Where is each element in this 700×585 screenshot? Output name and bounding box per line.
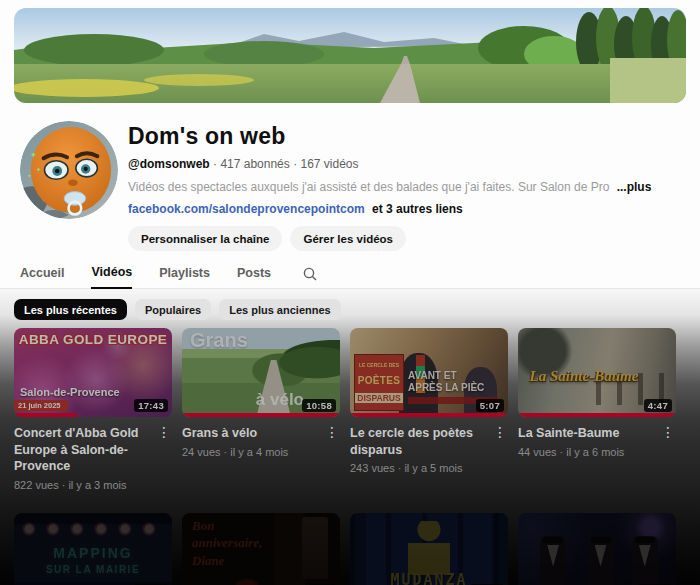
meta-separator: · (213, 157, 217, 171)
video-title[interactable]: Grans à vélo (182, 425, 324, 442)
video-card-mudanza[interactable]: MUDANZA 17:06 (350, 513, 508, 585)
svg-text:✦: ✦ (27, 173, 32, 179)
video-title[interactable]: Concert d'Abba Gold Europe à Salon-de-Pr… (14, 425, 156, 475)
channel-banner (14, 8, 686, 103)
thumb-text: LE CERCLE DES (359, 362, 399, 368)
subscriber-count: 417 abonnés (220, 157, 289, 171)
channel-description: Vidéos des spectacles auxquels j'ai assi… (128, 180, 651, 194)
chip-most-recent[interactable]: Les plus récentes (14, 299, 127, 320)
kebab-menu-icon[interactable]: ⋮ (156, 425, 172, 491)
thumb-text: MAPPING (14, 545, 172, 561)
channel-tabs: Accueil Vidéos Playlists Posts (0, 251, 700, 289)
video-card-abba[interactable]: ABBA GOLD EUROPE Salon-de-Provence 21 ju… (14, 328, 172, 491)
duration-badge: 17:43 (134, 399, 168, 412)
duration-badge: 4:47 (644, 399, 672, 412)
thumb-text: Diane (192, 553, 225, 569)
tab-posts[interactable]: Posts (237, 266, 271, 288)
channel-links: facebook.com/salondeprovencepointcom et … (128, 202, 651, 216)
video-card-cercle[interactable]: LE CERCLE DES POÈTES DISPARUS AVANT ET A… (350, 328, 508, 491)
video-thumbnail-mudanza[interactable]: MUDANZA 17:06 (350, 513, 508, 585)
videos-section: Les plus récentes Populaires Les plus an… (0, 289, 700, 585)
tab-accueil[interactable]: Accueil (20, 266, 64, 288)
channel-handle: @domsonweb (128, 157, 210, 171)
video-grid-row-1: ABBA GOLD EUROPE Salon-de-Provence 21 ju… (0, 320, 700, 491)
thumb-text: anniversaire, (192, 535, 262, 551)
thumb-text: à vélo (256, 390, 304, 410)
thumb-art (540, 536, 566, 585)
avatar-baby-character: ✦ ✦ ✦ (20, 121, 118, 219)
video-count: 167 vidéos (300, 157, 358, 171)
channel-info: Dom's on web @domsonweb · 417 abonnés · … (128, 121, 651, 251)
thumb-art (588, 536, 614, 585)
video-card-anniversaire[interactable]: Bon anniversaire, Diane 4:55 (182, 513, 340, 585)
thumb-text: 21 juin 2025 (14, 400, 68, 411)
kebab-menu-icon[interactable]: ⋮ (492, 425, 508, 474)
video-card-grans[interactable]: Grans à vélo 10:58 Grans à vélo 24 vues … (182, 328, 340, 491)
video-thumbnail-cercle[interactable]: LE CERCLE DES POÈTES DISPARUS AVANT ET A… (350, 328, 508, 417)
channel-name: Dom's on web (128, 123, 651, 150)
kebab-menu-icon[interactable]: ⋮ (324, 425, 340, 458)
other-links-label[interactable]: et 3 autres liens (372, 202, 463, 216)
video-thumbnail-grans[interactable]: Grans à vélo 10:58 (182, 328, 340, 417)
tab-playlists[interactable]: Playlists (159, 266, 210, 288)
video-thumbnail-mapping[interactable]: MAPPING SUR LA MAIRIE 15:24 (14, 513, 172, 585)
video-meta: 24 vues · il y a 4 mois (182, 446, 324, 458)
video-title[interactable]: La Sainte-Baume (518, 425, 660, 442)
video-grid-row-2: MAPPING SUR LA MAIRIE 15:24 Bon annivers… (0, 491, 700, 585)
duration-badge: 5:07 (476, 399, 504, 412)
video-card-mapping[interactable]: MAPPING SUR LA MAIRIE 15:24 (14, 513, 172, 585)
video-title[interactable]: Le cercle des poètes disparus (350, 425, 492, 458)
customize-channel-button[interactable]: Personnaliser la chaîne (128, 226, 282, 251)
kebab-menu-icon[interactable]: ⋮ (660, 425, 676, 458)
watch-progress-bar (14, 413, 77, 417)
video-meta: 44 vues · il y a 6 mois (518, 446, 660, 458)
thumb-text: Grans (190, 329, 248, 352)
meta-separator: · (293, 157, 297, 171)
channel-header: ✦ ✦ ✦ Dom's on web @domsonweb · 417 abon… (0, 103, 700, 251)
description-text: Vidéos des spectacles auxquels j'ai assi… (128, 180, 609, 194)
tab-videos[interactable]: Vidéos (91, 265, 132, 289)
video-thumbnail-zztop[interactable]: ZZ Top aux Tribute Days 29:47 (518, 513, 676, 585)
channel-avatar: ✦ ✦ ✦ (20, 121, 118, 219)
svg-text:✦: ✦ (36, 166, 42, 173)
thumb-poster: LE CERCLE DES POÈTES DISPARUS (354, 354, 404, 411)
svg-text:✦: ✦ (30, 150, 38, 160)
thumb-art (632, 536, 658, 585)
watch-progress-bar (518, 413, 676, 417)
video-meta: 243 vues · il y a 5 mois (350, 462, 492, 474)
thumb-text: La Sainte-Baume (522, 368, 646, 385)
manage-videos-button[interactable]: Gérer les vidéos (290, 226, 406, 251)
video-thumbnail-sainte-baume[interactable]: La Sainte-Baume 4:47 (518, 328, 676, 417)
video-thumbnail-anniversaire[interactable]: Bon anniversaire, Diane 4:55 (182, 513, 340, 585)
thumb-text: POÈTES (358, 375, 400, 386)
thumb-text: APRÈS LA PIÈC (408, 382, 484, 393)
description-more-link[interactable]: ...plus (617, 180, 652, 194)
watch-progress-bar (350, 413, 508, 417)
thumb-text: Bon (192, 518, 214, 534)
thumb-text: ABBA GOLD EUROPE (14, 332, 172, 347)
chip-popular[interactable]: Populaires (135, 299, 211, 320)
thumb-text: Salon-de-Provence (20, 386, 120, 398)
video-thumbnail-abba[interactable]: ABBA GOLD EUROPE Salon-de-Provence 21 ju… (14, 328, 172, 417)
thumb-text: MUDANZA (350, 571, 508, 585)
channel-actions: Personnaliser la chaîne Gérer les vidéos (128, 226, 651, 251)
channel-meta: @domsonweb · 417 abonnés · 167 vidéos (128, 157, 651, 171)
video-card-zztop[interactable]: ZZ Top aux Tribute Days 29:47 (518, 513, 676, 585)
filter-chips: Les plus récentes Populaires Les plus an… (0, 289, 700, 320)
banner-landscape-image (14, 8, 686, 103)
thumb-text: AVANT ET (408, 370, 457, 381)
watch-progress-bar (182, 413, 340, 417)
facebook-link[interactable]: facebook.com/salondeprovencepointcom (128, 202, 365, 216)
video-meta: 822 vues · il y a 3 mois (14, 479, 156, 491)
thumb-text: DISPARUS (355, 393, 403, 403)
duration-badge: 10:58 (302, 399, 336, 412)
thumb-text: SUR LA MAIRIE (14, 564, 172, 575)
channel-search-button[interactable] (302, 266, 318, 288)
search-icon (302, 266, 318, 282)
chip-oldest[interactable]: Les plus anciennes (219, 299, 340, 320)
video-card-sainte-baume[interactable]: La Sainte-Baume 4:47 La Sainte-Baume 44 … (518, 328, 676, 491)
